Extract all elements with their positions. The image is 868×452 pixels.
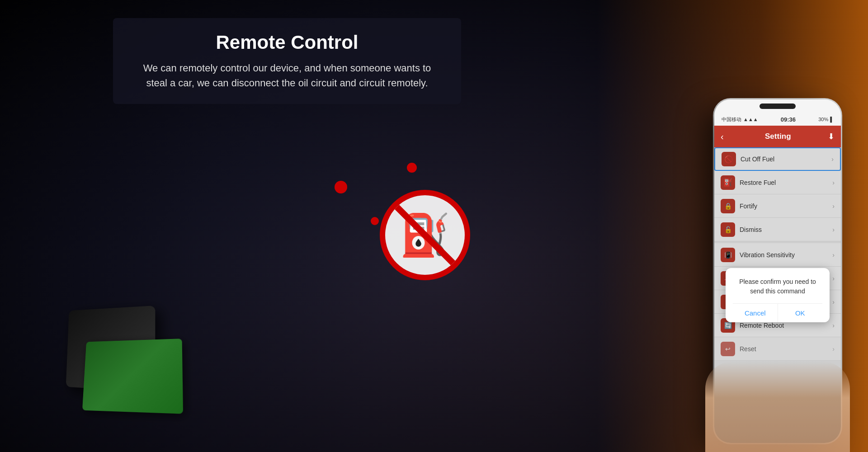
battery-icon: ▌ [830,117,834,122]
device-pcb [82,339,183,414]
carrier-text: 中国移动 [722,116,741,123]
red-dot-1 [335,181,347,193]
no-fuel-circle: ⛽ [380,190,470,280]
dialog-overlay: Please confirm you need to send this com… [714,147,841,443]
red-dot-3 [371,217,379,225]
app-header: ‹ Setting ⬇ [714,126,841,147]
page-title: Remote Control [136,32,439,53]
status-right: 30% ▌ [818,117,834,122]
dialog-box: Please confirm you need to send this com… [726,268,830,322]
no-fuel-sign: ⛽ [380,190,470,280]
download-button[interactable]: ⬇ [828,132,835,141]
status-left: 中国移动 ▲▲▲ [722,116,758,123]
back-button[interactable]: ‹ [721,132,724,142]
dialog-ok-button[interactable]: OK [778,304,823,322]
red-dot-2 [407,163,417,173]
menu-list: 🚫 Cut Off Fuel › ⛽ Restore Fuel › 🔒 Fort… [714,147,841,443]
phone-notch [760,104,796,109]
device-area [36,154,262,425]
wifi-icon: ▲▲▲ [743,117,758,122]
status-bar: 中国移动 ▲▲▲ 09:36 30% ▌ [714,113,841,126]
dialog-cancel-button[interactable]: Cancel [733,304,778,322]
battery-text: 30% [818,117,828,122]
dialog-buttons: Cancel OK [733,303,822,322]
app-title: Setting [728,132,828,141]
dialog-message: Please confirm you need to send this com… [733,277,822,296]
text-panel: Remote Control We can remotely control o… [113,18,461,104]
phone-notch-area [714,99,841,113]
no-fuel-slash [384,194,466,276]
page-description: We can remotely control our device, and … [136,61,439,90]
status-time: 09:36 [781,116,796,123]
smartphone: 中国移动 ▲▲▲ 09:36 30% ▌ ‹ Setting ⬇ 🚫 Cut O… [714,99,841,443]
